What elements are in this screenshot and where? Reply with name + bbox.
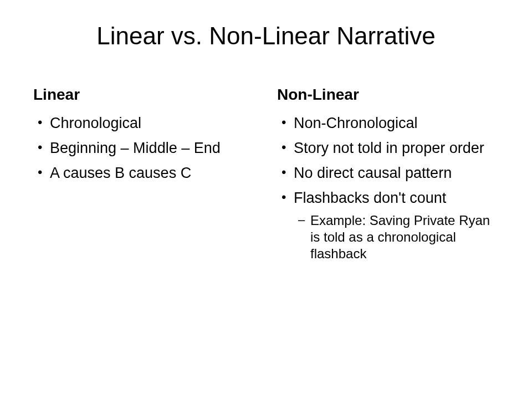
list-item: Beginning – Middle – End — [33, 139, 255, 158]
sub-list-item: Example: Saving Private Ryan is told as … — [294, 212, 499, 262]
list-item: Chronological — [33, 114, 255, 133]
left-column: Linear Chronological Beginning – Middle … — [33, 86, 255, 268]
list-item: Flashbacks don't count Example: Saving P… — [277, 188, 499, 262]
list-item: Story not told in proper order — [277, 139, 499, 158]
list-item: Non-Chronological — [277, 114, 499, 133]
right-heading: Non-Linear — [277, 86, 499, 104]
list-item: No direct causal pattern — [277, 163, 499, 183]
sub-list: Example: Saving Private Ryan is told as … — [294, 212, 499, 262]
list-item-text: Flashbacks don't count — [294, 190, 446, 206]
slide-title: Linear vs. Non-Linear Narrative — [33, 22, 499, 50]
columns-container: Linear Chronological Beginning – Middle … — [33, 86, 499, 268]
left-list: Chronological Beginning – Middle – End A… — [33, 114, 255, 183]
list-item: A causes B causes C — [33, 163, 255, 183]
right-column: Non-Linear Non-Chronological Story not t… — [277, 86, 499, 268]
right-list: Non-Chronological Story not told in prop… — [277, 114, 499, 262]
left-heading: Linear — [33, 86, 255, 104]
